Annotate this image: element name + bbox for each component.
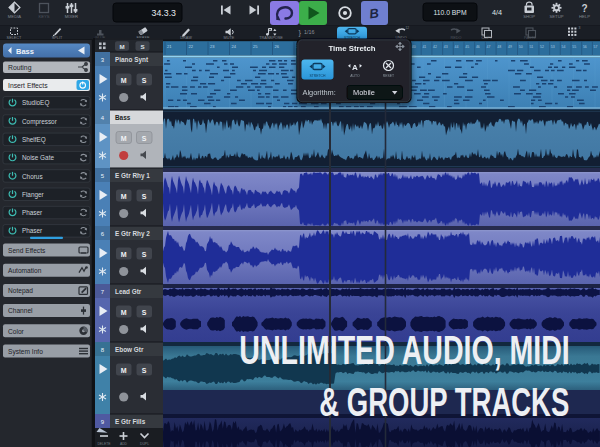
svg-text:SHOP: SHOP (523, 14, 535, 19)
svg-text:HELP: HELP (579, 14, 590, 19)
svg-text:Chorus: Chorus (22, 173, 43, 180)
svg-text:55: 55 (572, 45, 576, 49)
svg-text:50: 50 (519, 45, 523, 49)
svg-text:Send Effects: Send Effects (8, 247, 46, 254)
svg-text:MEDIA: MEDIA (8, 14, 21, 19)
svg-text:Routing: Routing (8, 64, 32, 72)
svg-text:ADD: ADD (120, 442, 128, 446)
svg-text:S: S (142, 135, 147, 142)
svg-text:48: 48 (497, 45, 501, 49)
svg-text:Color: Color (8, 328, 25, 335)
svg-text:24: 24 (232, 44, 237, 49)
svg-text:DRAW: DRAW (180, 36, 192, 40)
svg-text:12: 12 (406, 26, 410, 30)
svg-text:Piano Synt: Piano Synt (115, 56, 149, 64)
svg-text:System Info: System Info (8, 348, 43, 356)
svg-text:MIXER: MIXER (65, 14, 78, 19)
svg-text:?: ? (581, 3, 587, 14)
svg-text:4/4: 4/4 (492, 8, 502, 17)
svg-text:SETUP: SETUP (550, 14, 564, 19)
svg-text:51: 51 (529, 45, 533, 49)
svg-text:21: 21 (167, 44, 172, 49)
svg-text:41: 41 (422, 45, 426, 49)
svg-text:Mobile: Mobile (353, 88, 375, 97)
svg-text:42: 42 (433, 45, 437, 49)
svg-text:M: M (121, 135, 127, 142)
svg-text:Time Stretch: Time Stretch (328, 44, 375, 53)
svg-text:57: 57 (594, 45, 598, 49)
svg-text:S: S (142, 367, 147, 374)
svg-text:Phaser: Phaser (22, 227, 43, 234)
svg-text:M: M (121, 251, 127, 258)
svg-text:Bass: Bass (115, 114, 131, 121)
svg-text:40: 40 (412, 45, 416, 49)
svg-text:S: S (140, 43, 144, 50)
svg-text:45: 45 (465, 45, 469, 49)
svg-text:M: M (119, 43, 124, 50)
svg-text:TRANSPOSE: TRANSPOSE (259, 36, 283, 40)
svg-text:M: M (121, 309, 127, 316)
svg-text:ShelfEQ: ShelfEQ (22, 136, 46, 144)
svg-text:Automation: Automation (8, 267, 42, 274)
svg-text:3: 3 (579, 26, 581, 30)
svg-text:STRETCH: STRETCH (309, 74, 326, 78)
svg-text:1/16: 1/16 (304, 29, 315, 35)
svg-text:Lead Gtr: Lead Gtr (115, 288, 142, 295)
svg-text:COPY: COPY (482, 36, 493, 40)
svg-text:46: 46 (476, 45, 480, 49)
svg-text:SELECT: SELECT (7, 36, 22, 40)
svg-text:25: 25 (253, 44, 258, 49)
svg-text:Noise Gate: Noise Gate (22, 154, 54, 161)
svg-text:47: 47 (487, 45, 491, 49)
svg-text:E Gtr Rhy 2: E Gtr Rhy 2 (115, 230, 150, 238)
svg-text:S: S (142, 251, 147, 258)
svg-text:SPLIT: SPLIT (52, 36, 63, 40)
svg-text:MUTE: MUTE (224, 36, 235, 40)
svg-text:StudioEQ: StudioEQ (22, 99, 49, 107)
svg-text:DELETE: DELETE (97, 442, 111, 446)
svg-text:REDO: REDO (451, 36, 462, 40)
svg-text:Flanger: Flanger (22, 191, 45, 199)
svg-text:23: 23 (210, 44, 215, 49)
svg-text:UNLIMITED AUDIO, MIDI: UNLIMITED AUDIO, MIDI (239, 328, 570, 372)
svg-text:52: 52 (540, 45, 544, 49)
svg-text:Channel: Channel (8, 307, 33, 314)
svg-text:Compressor: Compressor (22, 118, 58, 126)
svg-text:54: 54 (562, 45, 566, 49)
svg-text:Bass: Bass (16, 47, 34, 56)
svg-text:Notepad: Notepad (8, 287, 33, 295)
svg-text:S: S (142, 309, 147, 316)
svg-text:KEYS: KEYS (38, 14, 49, 19)
svg-text:M: M (121, 367, 127, 374)
svg-text:110.0 BPM: 110.0 BPM (433, 9, 466, 16)
svg-text:Ebow Gtr: Ebow Gtr (115, 346, 144, 353)
svg-text:49: 49 (508, 45, 512, 49)
svg-text:M: M (121, 77, 127, 84)
svg-text:34.3.3: 34.3.3 (152, 8, 177, 18)
svg-text:Phaser: Phaser (22, 209, 43, 216)
svg-text:PASTE: PASTE (524, 36, 537, 40)
svg-text:53: 53 (551, 45, 555, 49)
svg-text:AUTO: AUTO (350, 74, 360, 78)
svg-text:S: S (142, 193, 147, 200)
svg-text:E Gtr Rhy 1: E Gtr Rhy 1 (115, 172, 150, 180)
svg-text:S: S (142, 77, 147, 84)
svg-text:& GROUP TRACKS: & GROUP TRACKS (319, 380, 569, 424)
svg-text:RESET: RESET (383, 74, 394, 78)
svg-text:22: 22 (189, 44, 194, 49)
svg-text:M: M (121, 193, 127, 200)
svg-text:26: 26 (275, 44, 280, 49)
svg-text:43: 43 (444, 45, 448, 49)
svg-text:Insert Effects: Insert Effects (8, 82, 48, 89)
svg-text:A: A (352, 63, 358, 72)
svg-text:44: 44 (455, 45, 459, 49)
svg-text:56: 56 (583, 45, 587, 49)
svg-text:E Gtr Fills: E Gtr Fills (115, 418, 146, 425)
svg-text:Algorithm:: Algorithm: (303, 88, 336, 97)
svg-text:DUPL: DUPL (140, 442, 149, 446)
